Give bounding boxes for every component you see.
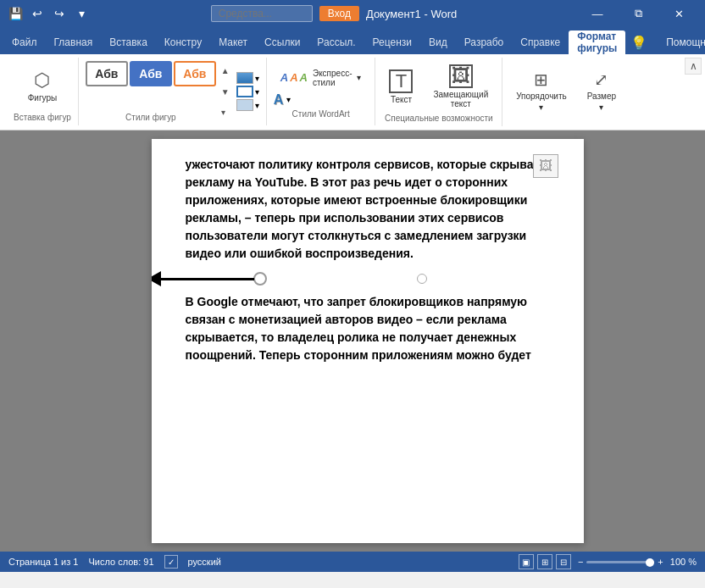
- ribbon: ⬡ Фигуры Вставка фигур Абв Абв Абв Стили…: [0, 54, 705, 130]
- arrange-content: ⊞ Упорядочить ▾ ⤢ Размер ▾: [509, 61, 623, 120]
- text-icon: T: [389, 69, 413, 93]
- scroll-up-arrow[interactable]: ▲: [219, 64, 231, 77]
- text-button[interactable]: T Текст: [382, 66, 419, 108]
- minimize-button[interactable]: —: [578, 0, 617, 27]
- ribbon-tabs: Файл Главная Вставка Констру Макет Ссылк…: [0, 27, 705, 54]
- status-bar: Страница 1 из 1 Число слов: 91 ✓ русский…: [0, 552, 705, 572]
- outline-label: ▾: [255, 87, 259, 97]
- shape-style-accent[interactable]: Абв: [174, 61, 216, 86]
- shape-styles-row1: Абв Абв Абв: [86, 61, 216, 86]
- tab-assistant[interactable]: Помощн: [658, 31, 705, 54]
- tab-home[interactable]: Главная: [46, 31, 102, 54]
- express-styles-icon: A A A: [280, 71, 308, 84]
- web-layout-button[interactable]: ⊟: [556, 554, 571, 569]
- tab-insert[interactable]: Вставка: [101, 31, 156, 54]
- shapes-label: Фигуры: [28, 93, 57, 103]
- alt-text-label: Замещающийтекст: [433, 90, 488, 108]
- arrow-figure[interactable]: [152, 271, 419, 286]
- shape-styles-grid: Абв Абв Абв Стили фигур: [86, 61, 216, 122]
- alt-text-icon: 🖼: [449, 64, 473, 88]
- size-icon: ⤢: [594, 69, 608, 90]
- ribbon-wrapper: ⬡ Фигуры Вставка фигур Абв Абв Абв Стили…: [0, 54, 705, 130]
- insert-shapes-content: ⬡ Фигуры: [21, 61, 64, 111]
- title-bar: 💾 ↩ ↪ ▾ Вход Документ1 - Word — ⧉ ✕: [0, 0, 705, 27]
- arrange-arrow: ▾: [539, 103, 543, 112]
- size-button[interactable]: ⤢ Размер ▾: [580, 66, 623, 115]
- zoom-in-icon[interactable]: +: [658, 557, 663, 567]
- collapse-ribbon-button[interactable]: ∧: [685, 58, 702, 75]
- text-fill-arrow: ▾: [286, 95, 291, 104]
- outline-button[interactable]: ▾: [236, 86, 259, 97]
- tab-file[interactable]: Файл: [3, 31, 46, 54]
- express-styles-label: Экспресс-стили: [313, 69, 352, 87]
- tab-design[interactable]: Констру: [156, 31, 210, 54]
- arrow-head: [152, 271, 161, 286]
- tab-view[interactable]: Вид: [420, 31, 456, 54]
- shapes-button[interactable]: ⬡ Фигуры: [21, 66, 64, 106]
- tab-layout[interactable]: Макет: [210, 31, 256, 54]
- shape-styles-group-label: Стили фигур: [86, 113, 216, 122]
- accessibility-group-label: Специальные возможности: [385, 114, 493, 123]
- image-placeholder: 🖼: [533, 154, 558, 178]
- shape-style-outlined[interactable]: Абв: [86, 61, 128, 86]
- help-icon[interactable]: 💡: [625, 35, 652, 51]
- document-text: ужесточают политику контроля сервисов, к…: [186, 156, 550, 364]
- paragraph-1: ужесточают политику контроля сервисов, к…: [186, 156, 550, 263]
- login-button[interactable]: Вход: [319, 6, 359, 21]
- shape-style-colored[interactable]: Абв: [130, 61, 172, 86]
- arrow-far-handle[interactable]: [417, 274, 427, 284]
- document-title: Документ1 - Word: [366, 8, 457, 20]
- zoom-slider[interactable]: − +: [578, 557, 663, 567]
- tab-review[interactable]: Рецензи: [364, 31, 420, 54]
- expand-arrow[interactable]: ▾: [219, 106, 231, 119]
- tab-help[interactable]: Справке: [512, 31, 569, 54]
- shape-styles-dropdown: ▲ ▼ ▾: [219, 64, 231, 119]
- title-bar-left: 💾 ↩ ↪ ▾: [7, 5, 90, 22]
- zoom-out-icon[interactable]: −: [578, 557, 583, 567]
- document-scroll-area[interactable]: 🖼 ужесточают политику контроля сервисов,…: [47, 130, 688, 552]
- arrow-right-handle[interactable]: [253, 272, 267, 286]
- arrow-group: [152, 271, 267, 286]
- sidebar-right: [688, 130, 705, 552]
- tab-references[interactable]: Ссылки: [256, 31, 308, 54]
- express-styles-button[interactable]: A A A Экспресс-стили ▾: [274, 65, 369, 91]
- customize-icon[interactable]: ▾: [73, 5, 90, 22]
- zoom-thumb[interactable]: [646, 558, 654, 567]
- fill-outline-buttons: ▾ ▾ ▾: [236, 72, 259, 111]
- zoom-percent: 100 %: [670, 557, 697, 567]
- fill-label: ▾: [255, 74, 259, 83]
- close-button[interactable]: ✕: [659, 0, 698, 27]
- print-layout-button[interactable]: ▣: [519, 554, 534, 569]
- insert-shapes-label: Вставка фигур: [14, 113, 71, 122]
- language: русский: [188, 557, 221, 567]
- search-box[interactable]: [211, 5, 313, 22]
- fill-button[interactable]: ▾: [236, 72, 259, 84]
- text-fill-button[interactable]: А ▾: [274, 92, 369, 108]
- tab-shape-format[interactable]: Формат фигуры: [569, 31, 625, 54]
- image-icon: 🖼: [539, 158, 552, 174]
- reading-mode-button[interactable]: ⊞: [537, 554, 552, 569]
- page-info: Страница 1 из 1: [8, 557, 78, 567]
- document-page: 🖼 ужесточают политику контроля сервисов,…: [152, 139, 584, 543]
- save-icon[interactable]: 💾: [7, 5, 24, 22]
- arrange-icon: ⊞: [534, 69, 548, 90]
- undo-icon[interactable]: ↩: [29, 5, 46, 22]
- restore-button[interactable]: ⧉: [619, 0, 658, 27]
- effects-button[interactable]: ▾: [236, 99, 259, 111]
- outline-icon: [236, 86, 253, 97]
- fill-icon: [236, 72, 253, 84]
- shapes-icon: ⬡: [34, 69, 50, 92]
- tab-developer[interactable]: Разрабо: [456, 31, 513, 54]
- arrange-button[interactable]: ⊞ Упорядочить ▾: [509, 66, 574, 115]
- ribbon-group-arrange: ⊞ Упорядочить ▾ ⤢ Размер ▾: [502, 58, 630, 125]
- ribbon-group-insert-shapes: ⬡ Фигуры Вставка фигур: [7, 58, 79, 125]
- size-label: Размер: [587, 92, 616, 101]
- scroll-down-arrow[interactable]: ▼: [219, 86, 231, 98]
- proofing-icon[interactable]: ✓: [164, 555, 178, 569]
- wordart-content: A A A Экспресс-стили ▾ А ▾ Стили WordArt: [274, 65, 369, 119]
- zoom-track: [586, 561, 654, 563]
- ribbon-right-icons: 💡 Помощн Поделиться: [625, 31, 705, 54]
- alt-text-button[interactable]: 🖼 Замещающийтекст: [426, 61, 495, 112]
- redo-icon[interactable]: ↪: [51, 5, 68, 22]
- tab-mailings[interactable]: Рассыл.: [308, 31, 364, 54]
